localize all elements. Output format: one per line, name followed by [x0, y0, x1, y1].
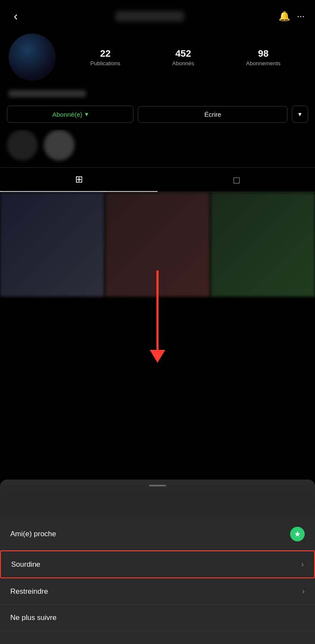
menu-item-sourdine[interactable]: Sourdine ›	[0, 550, 315, 578]
publications-label: Publications	[90, 60, 120, 67]
unfollow-label: Ne plus suivre	[10, 614, 57, 622]
notification-icon[interactable]: 🔔	[279, 11, 290, 22]
avatar[interactable]	[9, 33, 56, 81]
write-button[interactable]: Écrire	[138, 106, 288, 123]
sheet-handle	[0, 480, 315, 489]
menu-item-restreindre[interactable]: Restreindre ›	[0, 578, 315, 605]
tab-grid[interactable]: ⊞	[0, 168, 158, 192]
sheet-blur-content	[0, 489, 315, 515]
stat-abonnes[interactable]: 452 Abonnés	[172, 48, 194, 67]
stats-row: 22 Publications 452 Abonnés 98 Abonnemen…	[64, 48, 306, 67]
profile-section: 22 Publications 452 Abonnés 98 Abonnemen…	[0, 29, 315, 88]
close-friend-label: Ami(e) proche	[10, 530, 56, 538]
stat-abonnements[interactable]: 98 Abonnements	[246, 48, 280, 67]
tab-bar: ⊞ ◻	[0, 167, 315, 192]
sourdine-chevron-container: ›	[301, 560, 304, 569]
post-cell-2[interactable]	[105, 192, 209, 297]
profile-username-blurred	[115, 11, 184, 21]
stat-publications[interactable]: 22 Publications	[90, 48, 120, 67]
sourdine-label: Sourdine	[11, 560, 40, 569]
close-friend-badge: ★	[290, 527, 305, 541]
stories-area	[0, 130, 315, 167]
story-item-1[interactable]	[7, 130, 38, 161]
abonnes-count: 452	[176, 48, 191, 59]
grid-icon: ⊞	[75, 174, 83, 185]
back-button[interactable]: ‹	[10, 8, 21, 25]
subscribe-button[interactable]: Abonné(e) ▾	[7, 106, 133, 123]
story-item-2[interactable]	[44, 130, 75, 161]
close-friend-badge-container: ★	[290, 527, 305, 541]
header-icons: 🔔 ···	[279, 11, 305, 22]
abonnements-label: Abonnements	[246, 60, 280, 67]
username-blur	[9, 90, 86, 97]
publications-count: 22	[100, 48, 110, 59]
abonnes-label: Abonnés	[172, 60, 194, 67]
sourdine-chevron-icon: ›	[301, 560, 304, 569]
more-options-icon[interactable]: ···	[297, 11, 305, 22]
tagged-icon: ◻	[233, 174, 240, 185]
menu-item-unfollow[interactable]: Ne plus suivre	[0, 605, 315, 631]
svg-marker-1	[150, 350, 165, 363]
action-buttons: Abonné(e) ▾ Écrire ▾	[0, 106, 315, 130]
restreindre-chevron-container: ›	[302, 587, 305, 596]
abonnements-count: 98	[258, 48, 268, 59]
header: ‹ 🔔 ···	[0, 0, 315, 29]
posts-grid	[0, 192, 315, 297]
bio-area	[0, 88, 315, 106]
bottom-sheet: Ami(e) proche ★ Sourdine › Restreindre ›…	[0, 480, 315, 644]
sheet-bottom-padding	[0, 631, 315, 644]
tab-tagged[interactable]: ◻	[158, 168, 315, 192]
restreindre-chevron-icon: ›	[302, 587, 305, 596]
restreindre-label: Restreindre	[10, 587, 48, 596]
dropdown-button[interactable]: ▾	[292, 106, 308, 123]
menu-item-close-friend[interactable]: Ami(e) proche ★	[0, 518, 315, 550]
post-cell-1[interactable]	[0, 192, 104, 297]
sheet-handle-bar	[149, 485, 166, 486]
post-cell-3[interactable]	[211, 192, 315, 297]
